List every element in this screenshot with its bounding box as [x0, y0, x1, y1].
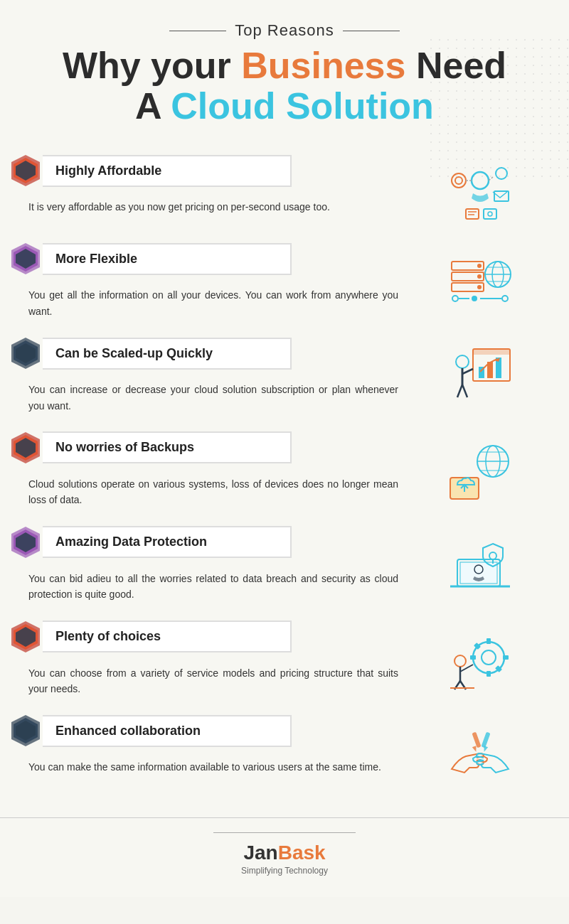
svg-point-79	[454, 655, 466, 667]
reason-icon-flexible	[405, 240, 555, 318]
reason-row-backups: No worries of Backups Cloud solutions op…	[0, 425, 569, 518]
illustration-flexible	[445, 247, 516, 318]
title-box-choices: Plenty of choices	[43, 621, 292, 652]
reason-title-bar-collaboration: Enhanced collaboration	[7, 712, 405, 749]
svg-point-4	[452, 173, 466, 188]
svg-point-5	[455, 177, 462, 184]
svg-rect-90	[481, 732, 490, 748]
svg-point-44	[456, 355, 469, 368]
header-line-right	[343, 31, 400, 31]
title-text-scaled: Can be Scaled-up Quickly	[55, 346, 213, 360]
reason-left-collaboration: Enhanced collaboration You can make the …	[7, 712, 405, 780]
reason-title-bar-scaled: Can be Scaled-up Quickly	[7, 335, 405, 372]
footer-tagline: Simplifying Technology	[14, 866, 555, 876]
header-title: Why your Business Need A Cloud Solution	[14, 45, 555, 127]
title-text-protection: Amazing Data Protection	[55, 534, 207, 549]
illustration-scaled	[445, 342, 516, 413]
svg-point-32	[452, 296, 458, 301]
title-box-collaboration: Enhanced collaboration	[43, 715, 292, 747]
svg-line-46	[462, 369, 473, 374]
reason-desc-affordable: It is very affordable as you now get pri…	[7, 196, 405, 220]
illustration-choices	[445, 625, 516, 697]
footer-divider	[213, 832, 356, 833]
footer-brand: JanBask	[14, 842, 555, 864]
svg-point-21	[477, 274, 482, 279]
title-box-scaled: Can be Scaled-up Quickly	[43, 338, 292, 370]
reason-icon-scaled	[405, 335, 555, 413]
title-box-backups: No worries of Backups	[43, 431, 292, 463]
reason-left-affordable: Highly Affordable It is very affordable …	[7, 152, 405, 220]
svg-rect-88	[472, 732, 481, 748]
footer: JanBask Simplifying Technology	[0, 817, 569, 897]
illustration-affordable	[445, 159, 516, 230]
hex-icon-protection	[7, 524, 44, 561]
hex-icon-collaboration	[7, 712, 44, 749]
svg-rect-73	[486, 638, 491, 644]
title-box-flexible: More Flexible	[43, 243, 292, 275]
header-line-left	[169, 31, 226, 31]
svg-point-6	[496, 168, 507, 179]
svg-point-66	[489, 552, 496, 559]
title-text-choices: Plenty of choices	[55, 629, 161, 643]
illustration-protection	[445, 531, 516, 602]
svg-point-3	[472, 172, 489, 189]
reason-desc-protection: You can bid adieu to all the worries rel…	[7, 568, 405, 608]
reason-icon-backups	[405, 429, 555, 507]
reason-row-collaboration: Enhanced collaboration You can make the …	[0, 708, 569, 795]
title-text-affordable: Highly Affordable	[55, 163, 161, 178]
svg-rect-76	[503, 655, 509, 660]
hex-icon-choices	[7, 618, 44, 655]
content: Highly Affordable It is very affordable …	[0, 141, 569, 810]
brand-bask: Bask	[278, 842, 326, 864]
title-text-backups: No worries of Backups	[55, 440, 194, 454]
reason-left-scaled: Can be Scaled-up Quickly You can increas…	[7, 335, 405, 419]
illustration-collaboration	[445, 719, 516, 790]
svg-rect-39	[473, 349, 510, 355]
reason-icon-affordable	[405, 152, 555, 230]
title-box-protection: Amazing Data Protection	[43, 526, 292, 558]
reason-left-choices: Plenty of choices You can choose from a …	[7, 618, 405, 703]
title-part1: Why your	[63, 45, 241, 86]
reason-row-affordable: Highly Affordable It is very affordable …	[0, 148, 569, 235]
svg-point-14	[488, 212, 492, 216]
title-text-collaboration: Enhanced collaboration	[55, 724, 201, 738]
reason-desc-collaboration: You can make the same information availa…	[7, 756, 405, 780]
reason-title-bar-backups: No worries of Backups	[7, 429, 405, 466]
svg-point-19	[477, 264, 482, 268]
hex-icon-flexible	[7, 240, 44, 277]
reason-left-backups: No worries of Backups Cloud solutions op…	[7, 429, 405, 514]
reason-row-flexible: More Flexible You get all the informatio…	[0, 236, 569, 329]
reason-row-scaled: Can be Scaled-up Quickly You can increas…	[0, 331, 569, 424]
reason-desc-flexible: You get all the information on all your …	[7, 284, 405, 325]
header: Top Reasons Why your Business Need A Clo…	[0, 0, 569, 141]
brand-jan: Jan	[243, 842, 277, 864]
reason-row-choices: Plenty of choices You can choose from a …	[0, 614, 569, 707]
header-top-line: Top Reasons	[14, 21, 555, 40]
reason-icon-collaboration	[405, 712, 555, 790]
reason-title-bar-protection: Amazing Data Protection	[7, 524, 405, 561]
hex-icon-backups	[7, 429, 44, 466]
illustration-backups	[445, 436, 516, 507]
svg-rect-75	[470, 655, 476, 660]
hex-icon-affordable	[7, 152, 44, 189]
title-part3: A	[135, 85, 171, 127]
reason-title-bar-flexible: More Flexible	[7, 240, 405, 277]
reason-row-protection: Amazing Data Protection You can bid adie…	[0, 520, 569, 613]
reason-desc-choices: You can choose from a variety of service…	[7, 662, 405, 703]
title-text-flexible: More Flexible	[55, 252, 137, 266]
svg-point-23	[477, 285, 482, 289]
svg-rect-13	[484, 209, 496, 219]
title-business: Business	[241, 45, 405, 86]
svg-rect-10	[466, 209, 479, 219]
reason-left-flexible: More Flexible You get all the informatio…	[7, 240, 405, 325]
reason-title-bar-choices: Plenty of choices	[7, 618, 405, 655]
reason-icon-protection	[405, 524, 555, 602]
svg-line-47	[457, 385, 462, 397]
reason-desc-scaled: You can increase or decrease your cloud …	[7, 379, 405, 419]
svg-rect-74	[486, 671, 491, 677]
svg-point-34	[502, 296, 508, 301]
title-part2: Need	[405, 45, 506, 86]
reason-icon-choices	[405, 618, 555, 697]
hex-icon-scaled	[7, 335, 44, 372]
svg-line-48	[462, 385, 467, 397]
